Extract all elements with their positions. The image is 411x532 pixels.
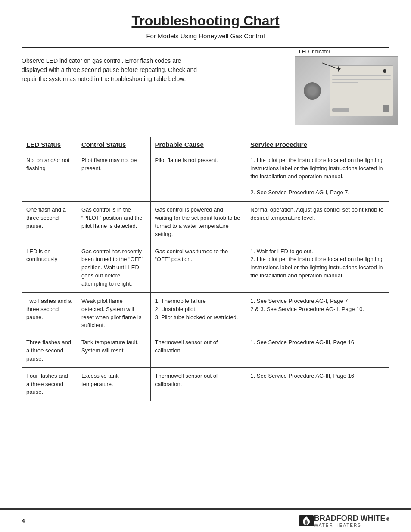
- probable-cause-cell: Thermowell sensor out of calibration.: [150, 367, 246, 401]
- service-procedure-cell: 1. Lite pilot per the instructions locat…: [246, 152, 389, 202]
- header-led-status: LED Status: [22, 137, 77, 152]
- svg-line-0: [322, 63, 338, 69]
- device-knob: [304, 82, 321, 100]
- header-service-procedure: Service Procedure: [246, 137, 389, 152]
- page-number: 4: [22, 517, 25, 524]
- led-indicator-label: LED Indicator: [299, 49, 330, 55]
- intro-section: Observe LED indicator on gas control. Er…: [22, 56, 389, 127]
- troubleshoot-table: LED Status Control Status Probable Cause…: [22, 137, 389, 401]
- device-panel: [330, 65, 393, 116]
- control-status-cell: Weak pilot flame detected. System will r…: [77, 292, 150, 334]
- probable-cause-cell: Gas control was turned to the “OFF” posi…: [150, 243, 246, 292]
- service-procedure-cell: 1. Wait for LED to go out.2. Lite pilot …: [246, 243, 389, 292]
- led-status-cell: Not on and/or not flashing: [22, 152, 77, 202]
- device-photo: [295, 56, 398, 125]
- probable-cause-cell: Gas control is powered and waiting for t…: [150, 202, 246, 243]
- table-row: Not on and/or not flashing Pilot flame m…: [22, 152, 389, 202]
- led-status-cell: LED is on continuously: [22, 243, 77, 292]
- control-status-cell: Gas control is in the “PILOT” position a…: [77, 202, 150, 243]
- page-title: Troubleshooting Chart: [22, 13, 389, 29]
- device-image-container: LED Indicator: [277, 56, 389, 127]
- control-status-cell: Gas control has recently been turned to …: [77, 243, 150, 292]
- control-status-cell: Pilot flame may not be present.: [77, 152, 150, 202]
- led-status-cell: One flash and a three second pause.: [22, 202, 77, 243]
- header-control-status: Control Status: [77, 137, 150, 152]
- footer: 4 BRADFORD WHITE® WATER HEATERS: [0, 508, 411, 532]
- table-row: One flash and a three second pause. Gas …: [22, 202, 389, 243]
- table-row: Four flashes and a three second pause. E…: [22, 367, 389, 401]
- table-row: Three flashes and a three second pause. …: [22, 334, 389, 368]
- brand-sub: WATER HEATERS: [314, 523, 389, 528]
- table-row: Two flashes and a three second pause. We…: [22, 292, 389, 334]
- header-probable-cause: Probable Cause: [150, 137, 246, 152]
- led-arrow-svg: [318, 60, 343, 72]
- table-row: LED is on continuously Gas control has r…: [22, 243, 389, 292]
- led-status-cell: Three flashes and a three second pause.: [22, 334, 77, 368]
- control-status-cell: Tank temperature fault. System will rese…: [77, 334, 150, 368]
- brand-name: BRADFORD WHITE®: [314, 514, 389, 523]
- probable-cause-cell: Pilot flame is not present.: [150, 152, 246, 202]
- probable-cause-cell: Thermowell sensor out of calibration.: [150, 334, 246, 368]
- svg-marker-1: [338, 66, 341, 72]
- control-status-cell: Excessive tank temperature.: [77, 367, 150, 401]
- service-procedure-cell: Normal operation. Adjust gas control set…: [246, 202, 389, 243]
- top-divider: [22, 47, 389, 48]
- service-procedure-cell: 1. See Service Procedure AG-I, Page 72 &…: [246, 292, 389, 334]
- brand-icon-svg: [299, 515, 314, 527]
- service-procedure-cell: 1. See Service Procedure AG-III, Page 16: [246, 367, 389, 401]
- probable-cause-cell: 1. Thermopile failure2. Unstable pilot.3…: [150, 292, 246, 334]
- service-procedure-cell: 1. See Service Procedure AG-III, Page 16: [246, 334, 389, 368]
- led-status-cell: Four flashes and a three second pause.: [22, 367, 77, 401]
- subtitle: For Models Using Honeywell Gas Control: [22, 32, 389, 40]
- intro-text: Observe LED indicator on gas control. Er…: [22, 56, 202, 84]
- led-status-cell: Two flashes and a three second pause.: [22, 292, 77, 334]
- device-led-dot: [383, 69, 386, 73]
- brand-logo: BRADFORD WHITE® WATER HEATERS: [296, 514, 389, 528]
